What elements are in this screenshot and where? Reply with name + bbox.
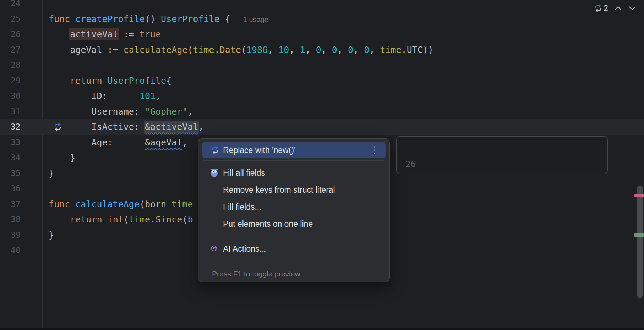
submenu-divider bbox=[362, 145, 362, 155]
code-line-29[interactable]: 29 return UserProfile{ bbox=[0, 73, 644, 89]
code-line-31[interactable]: 31 Username: "Gopher", bbox=[0, 104, 644, 120]
code-text: activeVal := true bbox=[49, 27, 161, 42]
chevron-up-icon[interactable] bbox=[614, 5, 622, 12]
code-token bbox=[49, 76, 70, 86]
line-number[interactable]: 24 bbox=[11, 0, 25, 11]
code-token: "Gopher" bbox=[145, 106, 187, 117]
code-token: 1 bbox=[300, 45, 305, 55]
intention-replace-icon[interactable] bbox=[53, 122, 62, 132]
code-token: return bbox=[70, 76, 107, 86]
usage-inlay-hint[interactable]: 1 usage bbox=[243, 16, 268, 23]
code-token: } bbox=[49, 230, 54, 240]
code-text: Username: "Gopher", bbox=[49, 104, 193, 120]
line-number[interactable]: 33 bbox=[11, 135, 25, 150]
code-token: () bbox=[145, 14, 161, 24]
code-token: 0 bbox=[316, 45, 321, 55]
line-number[interactable]: 35 bbox=[11, 166, 25, 181]
code-text: IsActive: &activeVal, bbox=[49, 119, 204, 135]
chevron-down-icon[interactable] bbox=[628, 5, 637, 12]
code-text: func createProfile() UserProfile {1 usag… bbox=[49, 11, 268, 28]
menu-item-remove-keys[interactable]: Remove keys from struct literal bbox=[198, 181, 389, 198]
line-number[interactable]: 39 bbox=[11, 227, 25, 243]
code-token: func bbox=[49, 199, 75, 209]
line-number[interactable]: 40 bbox=[11, 243, 25, 258]
code-token: &ageVal bbox=[145, 137, 182, 148]
line-number[interactable]: 26 bbox=[11, 27, 25, 42]
menu-separator bbox=[203, 236, 384, 236]
error-stripe-mark-pink[interactable] bbox=[634, 194, 644, 197]
menu-item-ai-actions[interactable]: AI Actions... bbox=[198, 240, 389, 257]
menu-item-label: Fill fields... bbox=[223, 202, 262, 212]
code-token: UserProfile bbox=[108, 76, 167, 86]
line-number[interactable]: 38 bbox=[11, 212, 25, 227]
code-text: } bbox=[49, 227, 54, 243]
menu-item-fill-fields[interactable]: Fill fields... bbox=[198, 198, 389, 215]
code-token: calculateAge bbox=[124, 45, 188, 55]
code-token: ( bbox=[124, 214, 129, 225]
code-token: activeVal bbox=[70, 29, 118, 39]
menu-item-fill-all-fields[interactable]: Fill all fields bbox=[198, 164, 389, 181]
preview-row: 26 activeVal := true bbox=[397, 137, 607, 155]
line-number[interactable]: 30 bbox=[11, 88, 25, 104]
line-number[interactable]: 34 bbox=[11, 150, 25, 166]
code-token: ( bbox=[241, 45, 246, 55]
menu-item-put-elements-one-line[interactable]: Put elements on one line bbox=[198, 215, 389, 232]
code-token bbox=[49, 214, 70, 225]
code-token: , bbox=[337, 45, 348, 55]
ai-actions-icon bbox=[210, 244, 219, 253]
line-number[interactable]: 27 bbox=[11, 42, 25, 58]
code-line-26[interactable]: 26 activeVal := true bbox=[0, 27, 644, 42]
line-number[interactable]: 37 bbox=[11, 197, 25, 212]
code-token: UserProfile bbox=[161, 14, 220, 24]
code-token: Date bbox=[220, 45, 241, 55]
menu-item-label: Fill all fields bbox=[223, 168, 265, 178]
preview-code: activeVal := true bbox=[425, 174, 520, 174]
code-token: Since bbox=[155, 214, 182, 225]
code-token: time bbox=[193, 45, 214, 55]
popup-footer-hint: Press F1 to toggle preview bbox=[212, 267, 300, 281]
code-token: return bbox=[70, 214, 107, 225]
code-line-30[interactable]: 30 ID: 101, bbox=[0, 88, 644, 104]
window-bottom-edge bbox=[0, 328, 644, 330]
code-token: ID: bbox=[49, 91, 140, 101]
line-number[interactable]: 32 bbox=[11, 119, 25, 135]
code-text: ID: 101, bbox=[49, 88, 161, 104]
code-token: 0 bbox=[348, 45, 353, 55]
code-text: } bbox=[49, 150, 75, 166]
code-token: := bbox=[118, 29, 140, 39]
line-number[interactable]: 36 bbox=[11, 181, 25, 197]
code-line-24[interactable]: 24 bbox=[0, 0, 644, 11]
code-token: , bbox=[187, 106, 193, 117]
menu-item-label: Remove keys from struct literal bbox=[223, 185, 335, 195]
line-number[interactable]: 29 bbox=[11, 73, 25, 89]
code-token: &activeVal bbox=[145, 122, 198, 132]
code-token: { bbox=[166, 76, 171, 86]
code-line-27[interactable]: 27 ageVal := calculateAge(time.Date(1986… bbox=[0, 42, 644, 58]
error-stripe-mark-green[interactable] bbox=[634, 233, 644, 237]
line-number[interactable]: 31 bbox=[11, 104, 25, 120]
code-token: 1986 bbox=[246, 45, 268, 55]
occurrence-bar: 2 bbox=[594, 3, 637, 13]
more-options-icon[interactable] bbox=[374, 145, 376, 155]
scrollbar-thumb[interactable] bbox=[637, 186, 643, 298]
code-line-28[interactable]: 28 bbox=[0, 57, 644, 73]
line-number[interactable]: 28 bbox=[11, 57, 25, 73]
code-token: , bbox=[289, 45, 300, 55]
code-token: ( bbox=[187, 45, 193, 55]
code-token: calculateAge bbox=[75, 199, 140, 209]
menu-separator bbox=[203, 160, 384, 161]
code-token: . bbox=[214, 45, 220, 55]
code-token: . bbox=[150, 214, 155, 225]
code-token: , bbox=[198, 122, 203, 132]
line-number[interactable]: 25 bbox=[11, 11, 25, 27]
code-token: time bbox=[380, 45, 401, 55]
code-line-25[interactable]: 25func createProfile() UserProfile {1 us… bbox=[0, 11, 644, 27]
code-token: { bbox=[220, 14, 230, 24]
code-token: time bbox=[171, 199, 193, 209]
code-token: Username: bbox=[49, 106, 145, 117]
code-text: func calculateAge(born time bbox=[49, 197, 193, 212]
code-token: , bbox=[321, 45, 332, 55]
replace-loop-icon bbox=[211, 145, 220, 155]
menu-item-replace-with-new[interactable]: Replace with 'new()' bbox=[202, 142, 386, 158]
code-line-32[interactable]: 32 IsActive: &activeVal, bbox=[0, 119, 644, 135]
